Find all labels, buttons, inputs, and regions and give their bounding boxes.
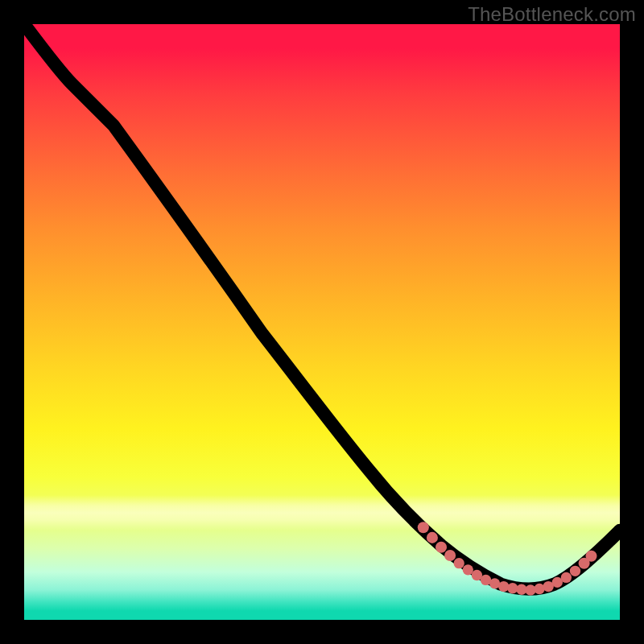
svg-point-9: [498, 581, 509, 592]
plot-area: [24, 24, 620, 620]
bottleneck-curve: [24, 24, 620, 589]
low-region-dots: [418, 522, 597, 595]
curve-overlay: [24, 24, 620, 620]
svg-point-2: [436, 542, 447, 553]
svg-point-0: [418, 522, 429, 533]
svg-point-4: [454, 558, 464, 568]
svg-point-5: [463, 564, 473, 575]
svg-point-16: [561, 572, 572, 583]
svg-point-1: [427, 532, 438, 543]
svg-point-3: [444, 550, 456, 561]
svg-point-19: [585, 551, 597, 562]
chart-frame: TheBottleneck.com: [0, 0, 644, 644]
watermark-text: TheBottleneck.com: [468, 3, 636, 26]
svg-point-17: [570, 566, 580, 576]
